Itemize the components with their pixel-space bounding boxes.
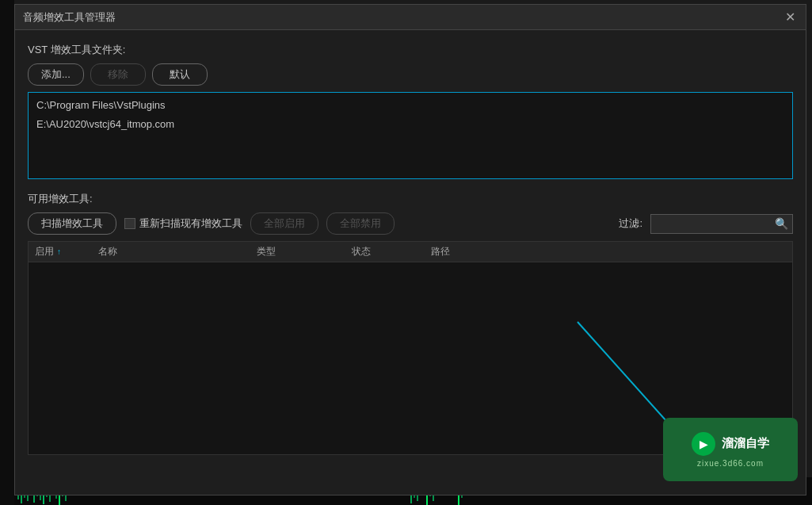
table-header: 启用 ↑ 名称 类型 状态 路径: [29, 242, 792, 262]
close-button[interactable]: ✕: [782, 10, 798, 25]
enable-all-button[interactable]: 全部启用: [250, 212, 318, 235]
filter-input[interactable]: [650, 214, 793, 234]
title-bar: 音频增效工具管理器 ✕: [15, 5, 806, 30]
col-header-path: 路径: [431, 245, 786, 258]
vst-buttons-row: 添加... 移除 默认: [28, 63, 793, 86]
col-header-type: 类型: [257, 245, 352, 258]
rescan-checkbox-label[interactable]: 重新扫描现有增效工具: [124, 216, 242, 231]
vst-section-label: VST 增效工具文件夹:: [28, 43, 793, 57]
filter-input-wrapper: 🔍: [650, 214, 793, 234]
watermark-top: ▶ 溜溜自学: [692, 432, 769, 456]
left-waveform-strip: [0, 0, 14, 505]
sort-arrow-enable: ↑: [57, 247, 61, 256]
watermark-subtitle: zixue.3d66.com: [697, 459, 764, 468]
filter-label: 过滤:: [619, 216, 642, 231]
available-section-label: 可用增效工具:: [28, 192, 793, 206]
dialog-content: VST 增效工具文件夹: 添加... 移除 默认 C:\Program File…: [15, 30, 806, 468]
dialog-title: 音频增效工具管理器: [23, 10, 116, 25]
watermark-badge: ▶ 溜溜自学 zixue.3d66.com: [663, 418, 798, 481]
available-effects-section: 可用增效工具: 扫描增效工具 重新扫描现有增效工具 全部启用 全部禁用 过滤: …: [28, 192, 793, 455]
rescan-label: 重新扫描现有增效工具: [139, 216, 242, 231]
vst-folder-section: VST 增效工具文件夹: 添加... 移除 默认 C:\Program File…: [28, 43, 793, 179]
watermark-icon: ▶: [692, 432, 715, 456]
rescan-checkbox[interactable]: [124, 218, 135, 229]
col-header-enable: 启用 ↑: [35, 245, 98, 258]
folder-item: E:\AU2020\vstcj64_itmop.com: [35, 115, 786, 134]
remove-folder-button[interactable]: 移除: [90, 63, 146, 86]
col-header-status: 状态: [352, 245, 431, 258]
folder-listbox: C:\Program Files\VstPlugins E:\AU2020\vs…: [28, 92, 793, 179]
watermark-title: 溜溜自学: [722, 436, 769, 451]
col-header-name: 名称: [98, 245, 257, 258]
folder-item: C:\Program Files\VstPlugins: [35, 96, 786, 115]
disable-all-button[interactable]: 全部禁用: [326, 212, 395, 235]
add-folder-button[interactable]: 添加...: [28, 63, 84, 86]
effects-controls-row: 扫描增效工具 重新扫描现有增效工具 全部启用 全部禁用 过滤: 🔍: [28, 212, 793, 235]
default-folder-button[interactable]: 默认: [152, 63, 208, 86]
scan-button[interactable]: 扫描增效工具: [28, 212, 116, 235]
